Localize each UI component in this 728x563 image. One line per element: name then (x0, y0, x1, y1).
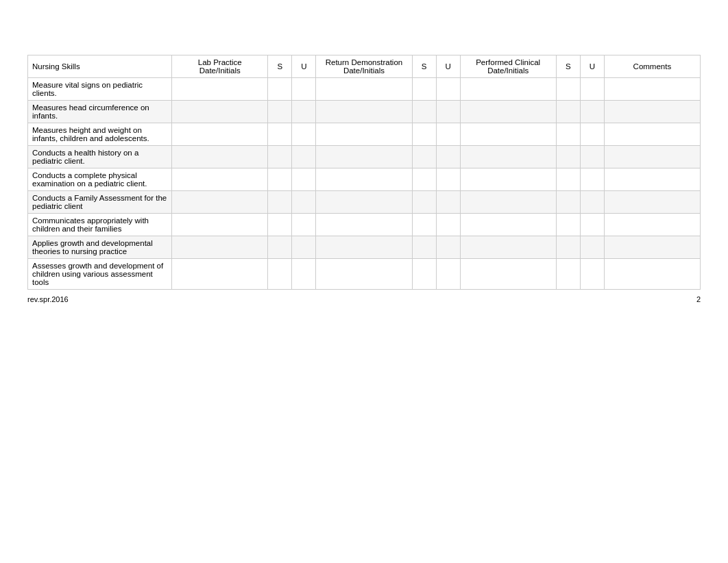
table-row: Measure vital signs on pediatric clients… (28, 78, 701, 101)
data-cell (268, 146, 292, 168)
table-row: Conducts a complete physical examination… (28, 168, 701, 191)
data-cell (436, 236, 460, 259)
data-cell (412, 191, 436, 214)
data-cell (460, 214, 556, 236)
data-cell (604, 259, 700, 290)
column-header-s: S (268, 55, 292, 78)
column-header-lab-practice-dateinitials: Lab Practice Date/Initials (172, 55, 268, 78)
skills-table: Nursing SkillsLab Practice Date/Initials… (27, 55, 701, 290)
data-cell (580, 214, 604, 236)
column-header-u: U (580, 55, 604, 78)
data-cell (580, 123, 604, 146)
data-cell (580, 236, 604, 259)
data-cell (172, 78, 268, 101)
data-cell (460, 259, 556, 290)
column-header-s: S (412, 55, 436, 78)
data-cell (604, 78, 700, 101)
data-cell (556, 259, 580, 290)
data-cell (460, 123, 556, 146)
data-cell (460, 78, 556, 101)
data-cell (268, 78, 292, 101)
data-cell (292, 101, 316, 123)
data-cell (604, 236, 700, 259)
data-cell (460, 191, 556, 214)
data-cell (316, 259, 412, 290)
data-cell (412, 146, 436, 168)
data-cell (268, 236, 292, 259)
table-row: Communicates appropriately with children… (28, 214, 701, 236)
data-cell (172, 101, 268, 123)
data-cell (436, 214, 460, 236)
data-cell (316, 236, 412, 259)
data-cell (268, 259, 292, 290)
table-row: Conducts a Family Assessment for the ped… (28, 191, 701, 214)
data-cell (316, 214, 412, 236)
data-cell (556, 123, 580, 146)
data-cell (436, 168, 460, 191)
data-cell (604, 146, 700, 168)
data-cell (292, 236, 316, 259)
data-cell (580, 191, 604, 214)
data-cell (316, 101, 412, 123)
data-cell (580, 168, 604, 191)
data-cell (604, 101, 700, 123)
data-cell (412, 236, 436, 259)
data-cell (436, 146, 460, 168)
data-cell (292, 78, 316, 101)
skill-cell: Conducts a health history on a pediatric… (28, 146, 172, 168)
data-cell (460, 168, 556, 191)
column-header-s: S (556, 55, 580, 78)
data-cell (268, 101, 292, 123)
data-cell (556, 191, 580, 214)
data-cell (604, 168, 700, 191)
data-cell (292, 146, 316, 168)
table-row: Applies growth and developmental theorie… (28, 236, 701, 259)
data-cell (316, 146, 412, 168)
data-cell (604, 123, 700, 146)
data-cell (268, 123, 292, 146)
data-cell (316, 123, 412, 146)
data-cell (436, 101, 460, 123)
data-cell (172, 259, 268, 290)
skill-cell: Communicates appropriately with children… (28, 214, 172, 236)
data-cell (172, 146, 268, 168)
data-cell (292, 191, 316, 214)
skill-cell: Measures head circumference on infants. (28, 101, 172, 123)
data-cell (556, 146, 580, 168)
skill-cell: Measures height and weight on infants, c… (28, 123, 172, 146)
column-header-u: U (436, 55, 460, 78)
skill-cell: Conducts a complete physical examination… (28, 168, 172, 191)
column-header-comments: Comments (604, 55, 700, 78)
data-cell (268, 214, 292, 236)
data-cell (436, 191, 460, 214)
data-cell (292, 168, 316, 191)
footer-page-number: 2 (696, 295, 701, 303)
column-header-nursing-skills: Nursing Skills (28, 55, 172, 78)
data-cell (436, 123, 460, 146)
data-cell (412, 168, 436, 191)
data-cell (580, 146, 604, 168)
data-cell (412, 259, 436, 290)
data-cell (316, 78, 412, 101)
data-cell (172, 214, 268, 236)
table-row: Conducts a health history on a pediatric… (28, 146, 701, 168)
footer-revision: rev.spr.2016 (27, 295, 69, 303)
data-cell (412, 101, 436, 123)
table-row: Measures height and weight on infants, c… (28, 123, 701, 146)
column-header-u: U (292, 55, 316, 78)
data-cell (172, 123, 268, 146)
column-header-performed-clinical-dateinitials: Performed Clinical Date/Initials (460, 55, 556, 78)
skill-cell: Assesses growth and development of child… (28, 259, 172, 290)
data-cell (292, 259, 316, 290)
skill-cell: Applies growth and developmental theorie… (28, 236, 172, 259)
data-cell (604, 191, 700, 214)
data-cell (268, 168, 292, 191)
data-cell (556, 214, 580, 236)
data-cell (436, 259, 460, 290)
data-cell (412, 123, 436, 146)
data-cell (172, 168, 268, 191)
data-cell (556, 78, 580, 101)
data-cell (580, 78, 604, 101)
data-cell (580, 101, 604, 123)
data-cell (292, 214, 316, 236)
